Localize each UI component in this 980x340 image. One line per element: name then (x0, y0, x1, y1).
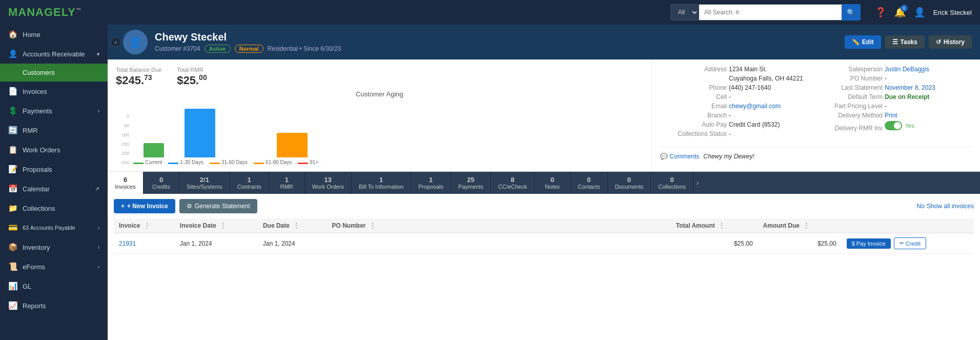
show-all-invoices[interactable]: No Show all invoices (917, 203, 974, 210)
last-statement-value[interactable]: November 8, 2023 (885, 84, 972, 91)
history-button[interactable]: ↺ History (929, 35, 972, 49)
sidebar-item-accounts-receivable[interactable]: 👤 Accounts Receivable ▾ (0, 44, 108, 64)
sidebar-item-label: eForms (23, 263, 45, 271)
totals-row: Total Balance Due $245.73 Total RMR $25.… (116, 66, 643, 87)
col-menu-icon[interactable]: ⋮ (220, 222, 226, 229)
sidebar-item-eforms[interactable]: 📜 eForms › (0, 257, 108, 276)
bar-current (144, 143, 164, 157)
tab-payments[interactable]: 25 Payments (451, 172, 491, 194)
col-menu-icon[interactable]: ⋮ (144, 222, 150, 229)
chart-bars (144, 106, 633, 157)
tab-work-orders[interactable]: 13 Work Orders (305, 172, 352, 194)
salesperson-value[interactable]: Justin DeBaggis (885, 66, 972, 73)
tab-contracts[interactable]: 1 Contracts (230, 172, 269, 194)
tabs-right-arrow[interactable]: › (693, 172, 702, 194)
sidebar-item-accounts-payable[interactable]: 💳 63 Accounts Payable › (0, 218, 108, 237)
sidebar-item-collections[interactable]: 📁 Collections (0, 198, 108, 218)
tab-contacts[interactable]: 0 Contacts (570, 172, 607, 194)
tab-documents[interactable]: 0 Documents (608, 172, 651, 194)
topbar-icons: ❓ 🔔 0 👤 Erick Steckel (875, 7, 972, 18)
sidebar-item-home[interactable]: 🏠 Home (0, 25, 108, 44)
col-menu-icon[interactable]: ⋮ (293, 222, 299, 229)
chevron-right-icon: › (98, 245, 99, 250)
active-badge: Active (205, 45, 231, 53)
delivery-method-value[interactable]: Print (885, 112, 972, 119)
sidebar-item-customers[interactable]: Customers (0, 64, 108, 82)
sidebar-item-gl[interactable]: 📊 GL (0, 276, 108, 296)
tab-invoices[interactable]: 6 Invoices (108, 172, 144, 194)
toggle-yes-label: Yes (905, 123, 914, 129)
sidebar-item-proposals[interactable]: 📝 Proposals (0, 159, 108, 179)
notification-wrap[interactable]: 🔔 0 (894, 7, 906, 18)
delivery-rmr-toggle[interactable] (885, 121, 902, 130)
invoice-link[interactable]: 21931 (119, 240, 136, 247)
sidebar-item-calendar[interactable]: 📅 Calendar ↗ (0, 179, 108, 198)
col-actions (842, 218, 974, 233)
new-invoice-button[interactable]: + + New Invoice (114, 199, 175, 213)
chevron-down-icon: ▾ (97, 51, 99, 57)
history-icon: ↺ (936, 38, 941, 46)
address-value: 1234 Main St. (729, 66, 816, 73)
comments-row: 💬 Comments Chewy my Dewey! (660, 147, 972, 167)
reports-icon: 📈 (8, 301, 17, 310)
col-menu-icon[interactable]: ⋮ (370, 222, 376, 229)
table-header-row: Invoice ⋮ Invoice Date ⋮ Due Date ⋮ PO N… (114, 218, 974, 233)
delivery-method-label: Delivery Method (816, 112, 883, 119)
user-name[interactable]: Erick Steckel (933, 9, 972, 16)
sidebar-item-label: Payments (23, 107, 52, 115)
details-panel: Address1234 Main St. Cuyahoga Falls, OH … (652, 59, 980, 171)
edit-button[interactable]: ✏️ Edit (845, 35, 881, 49)
col-menu-icon[interactable]: ⋮ (803, 222, 809, 229)
legend-61-90: 61-90 Days (254, 159, 292, 165)
chevron-right-icon: › (98, 225, 99, 231)
comments-text: Chewy my Dewey! (703, 153, 754, 160)
normal-badge: Normal (235, 45, 263, 53)
last-statement-label: Last Statement (816, 84, 883, 91)
payments-icon: 💲 (8, 106, 17, 115)
legend-1-30: 1-30 Days (168, 159, 203, 165)
sidebar-item-payments[interactable]: 💲 Payments › (0, 101, 108, 121)
avatar: 👤 (123, 30, 148, 54)
col-amount-due: Amount Due ⋮ (758, 218, 842, 233)
tab-collections[interactable]: 0 Collections (651, 172, 693, 194)
tasks-icon: ☰ (892, 38, 898, 46)
col-po-number: PO Number ⋮ (327, 218, 671, 233)
tab-rmr[interactable]: 1 RMR (269, 172, 305, 194)
sidebar-item-invoices[interactable]: 📄 Invoices (0, 82, 108, 101)
sidebar: 🏠 Home 👤 Accounts Receivable ▾ Customers… (0, 25, 108, 340)
comments-button[interactable]: 💬 Comments (660, 153, 699, 160)
customer-meta: Customer #3704 Active Normal Residential… (155, 45, 341, 53)
tab-notes[interactable]: 0 Notes (535, 172, 570, 194)
sidebar-item-inventory[interactable]: 📦 Inventory › (0, 237, 108, 257)
generate-statement-button[interactable]: ⚙ Generate Statement (179, 199, 257, 213)
tab-credits[interactable]: 0 Credits (144, 172, 179, 194)
pencil-icon: ✏ (900, 240, 904, 247)
tab-proposals[interactable]: 1 Proposals (411, 172, 451, 194)
user-icon[interactable]: 👤 (914, 7, 925, 18)
collections-icon: 📁 (8, 204, 17, 213)
search-button[interactable]: 🔍 (842, 4, 861, 21)
table-row: 21931 Jan 1, 2024 Jan 1, 2024 $25.00 $25… (114, 233, 974, 254)
pay-invoice-button[interactable]: $ Pay Invoice (847, 238, 891, 249)
credit-button[interactable]: ✏ Credit (894, 237, 926, 249)
tab-bill-to-information[interactable]: 1 Bill To Information (352, 172, 411, 194)
col-menu-icon[interactable]: ⋮ (719, 222, 725, 229)
collections-status-value: - (729, 130, 816, 137)
sidebar-item-rmr[interactable]: 🔄 RMR (0, 121, 108, 140)
table-actions: + + New Invoice ⚙ Generate Statement No … (114, 199, 974, 213)
action-buttons: $ Pay Invoice ✏ Credit (847, 237, 969, 249)
sidebar-item-work-orders[interactable]: 📋 Work Orders (0, 140, 108, 159)
tab-cc-echeck[interactable]: 8 CC/eCheck (491, 172, 535, 194)
address-label: Address (660, 66, 727, 73)
search-input[interactable] (699, 4, 842, 21)
tab-sites-systems[interactable]: 2/1 Sites/Systems (179, 172, 230, 194)
tasks-button[interactable]: ☰ Tasks (885, 35, 925, 49)
sidebar-item-reports[interactable]: 📈 Reports (0, 296, 108, 315)
bar-61-90 (277, 133, 308, 157)
email-value[interactable]: chewy@gmail.com (729, 103, 816, 110)
help-icon[interactable]: ❓ (875, 7, 886, 18)
sidebar-collapse-button[interactable]: ‹ (111, 37, 121, 47)
branch-label: Branch (660, 112, 727, 119)
edit-icon: ✏️ (852, 38, 860, 46)
search-type-select[interactable]: All (670, 4, 699, 21)
